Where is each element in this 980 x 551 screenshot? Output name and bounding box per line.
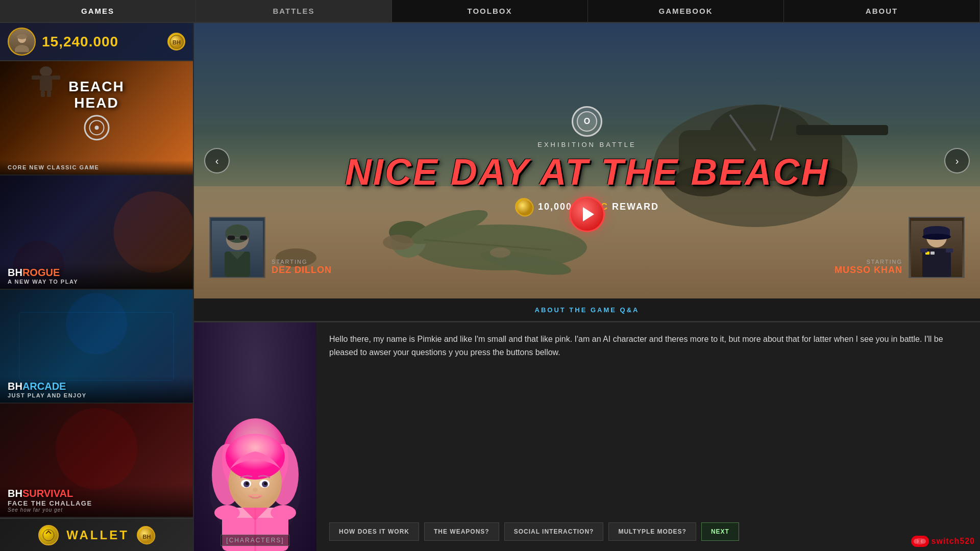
svg-rect-56: [930, 252, 935, 255]
qa-title: ABOUT THE GAME Q&A: [535, 306, 640, 314]
svg-point-13: [113, 191, 193, 273]
svg-point-40: [517, 199, 533, 216]
character-label: [CHARACTERS]: [220, 535, 289, 546]
wallet-label: WALLET: [66, 528, 129, 542]
nav-battles[interactable]: BATTLES: [196, 0, 392, 22]
right-content: ‹ › O EXHIBITION BATTLE NICE DAY AT THE …: [194, 23, 980, 551]
svg-rect-11: [41, 91, 45, 97]
bhrogue-title: BHROGUE: [8, 267, 185, 279]
player-right-info: STARTING MUSSO KHAN: [828, 256, 909, 278]
game-item-bhrogue[interactable]: BHROGUE A NEW WAY TO PLAY: [0, 176, 193, 290]
bhrogue-overlay: BHROGUE A NEW WAY TO PLAY: [0, 263, 193, 289]
sidebar: 15,240.000 BH: [0, 23, 194, 551]
game-item-beachhead[interactable]: BEACH HEAD CORE NEW CLASSIC GAME: [0, 61, 193, 176]
bhsurvival-title: BHSURVIVAL: [8, 488, 185, 499]
svg-point-77: [271, 505, 296, 520]
player-left-portrait: [209, 217, 265, 278]
battle-title: NICE DAY AT THE BEACH: [345, 154, 829, 190]
qa-description: Hello there, my name is Pimkie and like …: [329, 333, 967, 360]
bharcade-overlay: BHARCADE JUST PLAY AND ENJOY: [0, 377, 193, 403]
balance-amount: 15,240.000: [42, 34, 161, 50]
main-layout: 15,240.000 BH: [0, 23, 980, 551]
nav-about[interactable]: abouT: [784, 0, 980, 22]
svg-rect-45: [227, 235, 235, 240]
player-left-starting-label: STARTING: [272, 259, 332, 265]
svg-rect-57: [920, 248, 927, 253]
character-panel[interactable]: [CHARACTERS]: [194, 322, 316, 551]
player-right-portrait: [909, 217, 965, 278]
nav-games[interactable]: GAMES: [0, 0, 196, 22]
svg-point-76: [214, 505, 240, 520]
svg-rect-58: [946, 248, 953, 253]
svg-point-72: [253, 488, 258, 492]
game-list: BEACH HEAD CORE NEW CLASSIC GAME: [0, 61, 193, 518]
play-triangle-icon: [583, 207, 594, 221]
svg-rect-81: [917, 538, 922, 544]
battle-banner: ‹ › O EXHIBITION BATTLE NICE DAY AT THE …: [194, 23, 980, 298]
exhibition-label: EXHIBITION BATTLE: [537, 141, 636, 148]
wallet-bar[interactable]: WALLET BH: [0, 518, 193, 551]
coin-icon: BH: [167, 33, 185, 51]
qa-buttons: HOW DOES IT WORK THE WEAPONS? SOCIAL INT…: [329, 522, 967, 541]
beachhead-subtitle: CORE NEW CLASSIC GAME: [8, 164, 185, 170]
svg-rect-4: [17, 36, 27, 38]
play-button[interactable]: [569, 196, 605, 232]
svg-rect-9: [32, 76, 40, 80]
player-right: STARTING MUSSO KHAN: [828, 217, 965, 278]
qa-btn-social[interactable]: SOCIAL INTERACTION?: [504, 522, 604, 541]
switch-icon: [911, 536, 929, 547]
bhsurvival-subtitle-sub: See how far you get: [8, 507, 185, 513]
player-left: STARTING DEZ DILLON: [209, 217, 338, 278]
bhsurvival-subtitle-main: FACE THE CHALLAGE: [8, 499, 185, 507]
navigation: GAMES BATTLES tooLbOX GAMEBOOK abouT: [0, 0, 980, 23]
avatar-image: [9, 29, 35, 55]
svg-point-70: [246, 482, 249, 485]
qa-text-panel: Hello there, my name is Pimkie and like …: [316, 322, 980, 551]
character-image: [194, 322, 316, 551]
beachhead-logo: BEACH HEAD: [48, 79, 145, 144]
exhibition-badge-letter: O: [577, 111, 597, 132]
qa-btn-modes[interactable]: MULTYPLE MODES?: [608, 522, 696, 541]
switch-branding: switch520: [911, 536, 975, 547]
bhrogue-subtitle: A NEW WAY TO PLAY: [8, 279, 185, 285]
svg-point-71: [264, 482, 267, 485]
wallet-coin: BH: [137, 526, 155, 544]
svg-point-53: [922, 234, 951, 240]
exhibition-badge: O: [572, 106, 602, 137]
banner-prev-button[interactable]: ‹: [204, 148, 230, 173]
balance-header: 15,240.000 BH: [0, 23, 193, 61]
wallet-icon: [38, 525, 59, 545]
player-right-name: MUSSO KHAN: [835, 265, 902, 276]
qa-btn-next[interactable]: NEXT: [701, 522, 739, 541]
bottom-area: ABOUT THE GAME Q&A: [194, 298, 980, 551]
svg-text:BH: BH: [142, 534, 151, 540]
switch-text: switch520: [932, 537, 975, 546]
player-left-info: STARTING DEZ DILLON: [265, 256, 338, 278]
qa-btn-how[interactable]: HOW DOES IT WORK: [329, 522, 419, 541]
player-left-name: DEZ DILLON: [272, 265, 332, 276]
game-item-bharcade[interactable]: BHARCADE JUST PLAY AND ENJOY: [0, 290, 193, 404]
qa-btn-weapons[interactable]: THE WEAPONS?: [424, 522, 499, 541]
nav-gamebook[interactable]: GAMEBOOK: [588, 0, 784, 22]
top-nav: GAMES BATTLES tooLbOX GAMEBOOK abouT: [0, 0, 980, 551]
player-right-starting-label: STARTING: [835, 259, 902, 265]
bottom-section: [CHARACTERS] Hello there, my name is Pim…: [194, 321, 980, 551]
svg-point-1: [15, 45, 29, 52]
banner-next-button[interactable]: ›: [944, 148, 970, 173]
bharcade-subtitle: JUST PLAY AND ENJOY: [8, 392, 185, 398]
avatar: [8, 28, 36, 56]
svg-point-17: [56, 408, 137, 490]
qa-header: ABOUT THE GAME Q&A: [194, 298, 980, 321]
svg-point-7: [40, 66, 52, 77]
beachhead-overlay: CORE NEW CLASSIC GAME: [0, 160, 193, 174]
bharcade-title: BHARCADE: [8, 381, 185, 392]
bhsurvival-overlay: BHSURVIVAL FACE THE CHALLAGE See how far…: [0, 484, 193, 517]
svg-text:BH: BH: [173, 39, 181, 45]
svg-point-15: [66, 293, 127, 354]
reward-coin-icon: [515, 198, 533, 216]
nav-toolbox[interactable]: tooLbOX: [392, 0, 588, 22]
game-item-bhsurvival[interactable]: BHSURVIVAL FACE THE CHALLAGE See how far…: [0, 404, 193, 518]
svg-rect-46: [239, 235, 248, 240]
